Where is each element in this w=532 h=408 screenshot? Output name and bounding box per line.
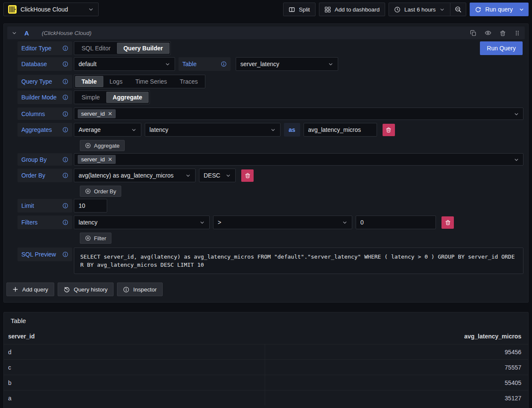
filter-field-value: latency [79, 219, 97, 226]
sql-preview-row: SQL Preview SELECT server_id, avg(latenc… [18, 248, 523, 274]
cell-server-id: c [4, 360, 265, 375]
chevron-down-icon [225, 173, 231, 178]
toggle-visibility-button[interactable] [485, 29, 491, 36]
duplicate-query-button[interactable] [470, 30, 476, 36]
field-label-text: Editor Type [21, 45, 52, 52]
filter-operator-select[interactable]: > [213, 216, 352, 229]
filter-value-input[interactable] [356, 216, 436, 229]
clickhouse-logo-icon [8, 5, 17, 14]
group-by-label: Group By [18, 153, 72, 166]
query-history-button[interactable]: Query history [58, 283, 114, 296]
table-row[interactable]: b 55405 [4, 375, 528, 390]
add-order-by-button[interactable]: Order By [80, 186, 121, 197]
add-query-button[interactable]: Add query [6, 283, 54, 296]
query-row-header[interactable]: A (ClickHouse Cloud) [7, 26, 525, 39]
cell-avg-latency: 35127 [265, 391, 529, 405]
info-circle-icon[interactable] [62, 219, 68, 225]
columns-row: Columns server_id ✕ [18, 108, 523, 120]
query-type-option-table[interactable]: Table [75, 76, 103, 87]
chip-label: server_id [81, 111, 105, 117]
editor-type-option-query-builder[interactable]: Query Builder [117, 43, 170, 54]
query-type-option-time-series[interactable]: Time Series [129, 76, 173, 87]
limit-input[interactable] [74, 199, 107, 213]
chevron-down-icon [185, 173, 191, 178]
info-circle-icon[interactable] [62, 203, 68, 209]
table-row[interactable]: a 35127 [4, 390, 528, 405]
trash-icon [245, 172, 251, 178]
filter-field-select[interactable]: latency [74, 216, 210, 229]
cell-server-id: a [4, 391, 265, 405]
info-circle-icon[interactable] [62, 111, 68, 117]
builder-mode-option-simple[interactable]: Simple [75, 92, 106, 103]
builder-mode-option-aggregate[interactable]: Aggregate [106, 92, 149, 103]
cell-server-id: d [4, 344, 265, 359]
aggregates-label: Aggregates [18, 123, 72, 137]
chip-remove-icon[interactable]: ✕ [108, 157, 113, 162]
add-filter-button[interactable]: Filter [80, 233, 111, 244]
info-circle-icon[interactable] [62, 172, 68, 178]
info-circle-icon[interactable] [221, 61, 227, 67]
database-select[interactable]: default [74, 57, 175, 71]
zoom-out-button[interactable] [450, 3, 466, 16]
chevron-down-icon [270, 127, 276, 133]
inspector-button[interactable]: Inspector [117, 283, 163, 296]
group-by-multiselect[interactable]: server_id ✕ [74, 153, 523, 166]
delete-query-button[interactable] [500, 30, 506, 36]
collapse-chevron-icon[interactable] [12, 30, 17, 36]
plus-circle-icon [85, 235, 91, 241]
aggregate-alias-input[interactable] [304, 123, 377, 137]
info-circle-icon[interactable] [62, 157, 68, 163]
add-aggregate-button[interactable]: Aggregate [80, 140, 125, 151]
database-table-row: Database default Table server_latency [18, 57, 523, 71]
plus-icon [12, 286, 18, 292]
order-by-direction-select[interactable]: DESC [199, 169, 236, 182]
info-circle-icon[interactable] [62, 127, 68, 133]
split-button[interactable]: Split [283, 3, 316, 16]
info-circle-icon[interactable] [62, 94, 68, 100]
time-controls: Last 6 hours [389, 3, 466, 16]
aggregate-function-select[interactable]: Average [74, 123, 141, 137]
remove-filter-button[interactable] [441, 216, 454, 229]
inspector-label: Inspector [133, 286, 157, 293]
field-label-text: Builder Mode [21, 94, 57, 101]
field-label-text: Columns [21, 111, 45, 117]
column-header-server-id[interactable]: server_id [8, 333, 265, 340]
trash-icon [386, 127, 392, 133]
duplicate-icon [470, 30, 476, 36]
order-by-field-select[interactable]: avg(latency) as avg_latency_micros [74, 169, 196, 182]
table-select[interactable]: server_latency [236, 57, 338, 71]
query-type-toggle: Table Logs Time Series Traces [74, 75, 205, 88]
remove-aggregate-button[interactable] [383, 124, 395, 136]
info-circle-icon[interactable] [62, 79, 68, 85]
chip-remove-icon[interactable]: ✕ [108, 111, 113, 117]
info-circle-icon[interactable] [62, 61, 68, 67]
clock-icon [394, 6, 400, 13]
query-type-option-traces[interactable]: Traces [173, 76, 204, 87]
query-type-option-logs[interactable]: Logs [103, 76, 129, 87]
table-row[interactable]: c 75557 [4, 359, 528, 375]
run-query-split-button[interactable]: Run query [470, 3, 529, 16]
time-range-picker[interactable]: Last 6 hours [389, 3, 450, 16]
datasource-hint: (ClickHouse Cloud) [42, 30, 91, 36]
cell-avg-latency: 75557 [265, 360, 529, 375]
aggregates-row: Aggregates Average latency as [18, 123, 523, 137]
table-row[interactable]: d 95456 [4, 344, 528, 359]
chevron-down-icon [199, 220, 205, 225]
drag-handle[interactable] [514, 30, 520, 36]
columns-multiselect[interactable]: server_id ✕ [74, 108, 523, 120]
column-header-avg-latency-micros[interactable]: avg_latency_micros [265, 333, 521, 340]
add-to-dashboard-button[interactable]: Add to dashboard [319, 3, 385, 16]
aggregate-column-select[interactable]: latency [145, 123, 281, 137]
field-label-text: Database [21, 61, 47, 67]
query-history-label: Query history [74, 286, 108, 293]
info-circle-icon[interactable] [62, 45, 68, 51]
field-label-text: Limit [21, 202, 34, 209]
table-label: Table [178, 57, 231, 71]
datasource-picker[interactable]: ClickHouse Cloud [3, 3, 99, 16]
editor-type-option-sql-editor[interactable]: SQL Editor [75, 43, 117, 54]
info-circle-icon[interactable] [62, 251, 68, 257]
remove-order-by-button[interactable] [241, 169, 254, 182]
run-query-caret[interactable] [517, 7, 529, 12]
cell-server-id: b [4, 375, 265, 390]
run-query-panel-button[interactable]: Run Query [480, 41, 523, 55]
